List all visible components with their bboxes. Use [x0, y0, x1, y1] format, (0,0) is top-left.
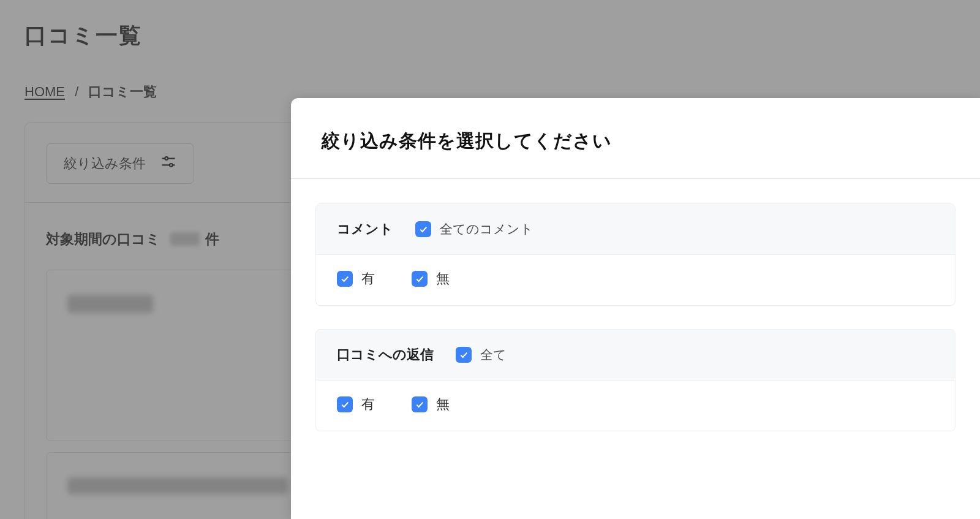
filter-block-reply-body: 有 無	[316, 381, 955, 431]
checkbox-checked-icon	[415, 221, 431, 237]
comment-all-label: 全てのコメント	[440, 221, 533, 238]
modal-title: 絞り込み条件を選択してください	[291, 98, 980, 178]
reply-all-option[interactable]: 全て	[456, 346, 507, 363]
comment-option-yes[interactable]: 有	[337, 270, 375, 288]
comment-option-yes-label: 有	[361, 270, 375, 288]
checkbox-checked-icon	[337, 396, 353, 412]
modal-body: コメント 全てのコメント 有	[291, 179, 980, 431]
comment-section-label: コメント	[337, 220, 393, 238]
comment-option-no[interactable]: 無	[412, 270, 450, 288]
filter-block-reply: 口コミへの返信 全て 有	[315, 329, 956, 431]
checkbox-checked-icon	[412, 396, 428, 412]
reply-option-no[interactable]: 無	[412, 395, 450, 414]
comment-option-no-label: 無	[436, 270, 450, 288]
reply-section-label: 口コミへの返信	[337, 346, 434, 364]
reply-all-label: 全て	[480, 346, 507, 363]
checkbox-checked-icon	[337, 271, 353, 287]
comment-all-option[interactable]: 全てのコメント	[415, 221, 533, 238]
reply-option-no-label: 無	[436, 395, 450, 414]
checkbox-checked-icon	[456, 347, 472, 363]
filter-modal: 絞り込み条件を選択してください コメント 全てのコメント	[291, 98, 980, 519]
reply-option-yes-label: 有	[361, 395, 375, 414]
filter-block-comment-body: 有 無	[316, 255, 955, 305]
checkbox-checked-icon	[412, 271, 428, 287]
reply-option-yes[interactable]: 有	[337, 395, 375, 414]
filter-block-comment-header: コメント 全てのコメント	[316, 204, 955, 255]
filter-block-comment: コメント 全てのコメント 有	[315, 203, 956, 306]
filter-block-reply-header: 口コミへの返信 全て	[316, 330, 955, 381]
